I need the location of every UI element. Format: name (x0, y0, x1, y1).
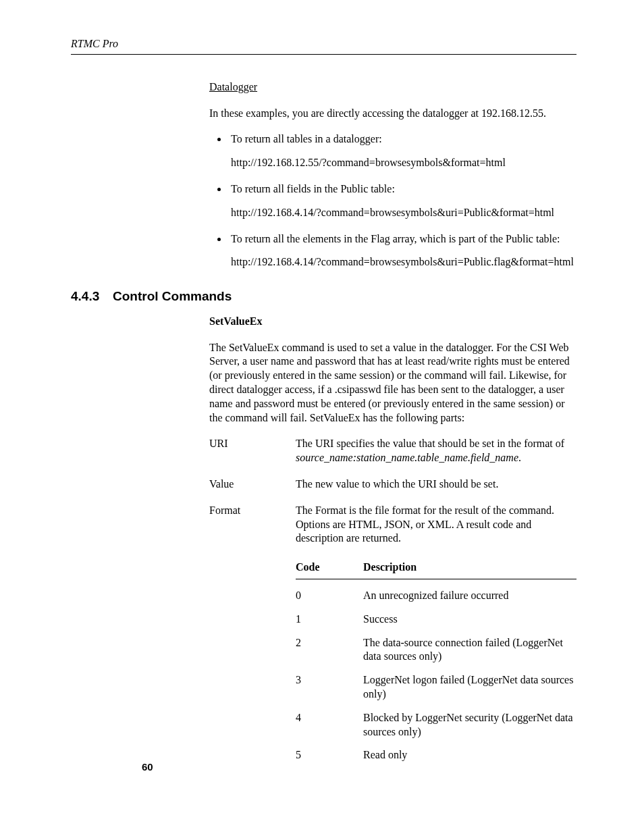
desc-cell: Success (363, 603, 576, 627)
desc-cell: The data-source connection failed (Logge… (363, 627, 576, 664)
table-header-desc: Description (363, 558, 576, 579)
definition-term: Format (209, 504, 296, 546)
table-header-row: Code Description (296, 558, 576, 579)
command-name: SetValueEx (209, 315, 576, 329)
desc-cell: An unrecognized failure occurred (363, 579, 576, 603)
desc-cell: Blocked by LoggerNet security (LoggerNet… (363, 702, 576, 739)
code-cell: 4 (296, 702, 363, 739)
code-cell: 3 (296, 664, 363, 702)
bullet-text: To return all the elements in the Flag a… (231, 233, 560, 244)
table-row: 2 The data-source connection failed (Log… (296, 627, 576, 664)
datalogger-section: Datalogger In these examples, you are di… (209, 80, 576, 269)
definition-desc: The new value to which the URI should be… (296, 477, 576, 492)
bullet-item: To return all tables in a datalogger: ht… (228, 132, 576, 170)
definition-row: Value The new value to which the URI sho… (209, 477, 576, 492)
running-header: RTMC Pro (71, 37, 576, 51)
section-heading: 4.4.3Control Commands (71, 288, 576, 305)
datalogger-heading: Datalogger (209, 80, 576, 95)
table-row: 5 Read only (296, 739, 576, 762)
header-rule (71, 54, 576, 55)
desc-cell: Read only (363, 739, 576, 762)
parts-definitions: URI The URI specifies the value that sho… (209, 437, 576, 546)
definition-row: URI The URI specifies the value that sho… (209, 437, 576, 465)
result-code-table: Code Description 0 An unrecognized failu… (296, 558, 576, 762)
command-description: The SetValueEx command is used to set a … (209, 341, 576, 425)
definition-desc-post: . (518, 452, 521, 463)
table-row: 1 Success (296, 603, 576, 627)
definition-desc: The Format is the file format for the re… (296, 504, 576, 546)
section-body: SetValueEx The SetValueEx command is use… (209, 315, 576, 762)
bullet-item: To return all fields in the Public table… (228, 182, 576, 220)
definition-term: Value (209, 477, 296, 492)
bullet-text: To return all fields in the Public table… (231, 183, 395, 194)
code-cell: 2 (296, 627, 363, 664)
bullet-url: http://192.168.4.14/?command=browsesymbo… (231, 206, 576, 220)
code-cell: 1 (296, 603, 363, 627)
section-number: 4.4.3 (71, 288, 113, 305)
definition-row: Format The Format is the file format for… (209, 504, 576, 546)
bullet-text: To return all tables in a datalogger: (231, 133, 382, 145)
datalogger-intro: In these examples, you are directly acce… (209, 107, 576, 121)
definition-desc-pre: The URI specifies the value that should … (296, 438, 564, 449)
section-title: Control Commands (113, 289, 232, 303)
code-cell: 5 (296, 739, 363, 762)
definition-term: URI (209, 437, 296, 465)
bullet-item: To return all the elements in the Flag a… (228, 232, 576, 270)
bullet-url: http://192.168.12.55/?command=browsesymb… (231, 156, 576, 170)
definition-desc: The URI specifies the value that should … (296, 437, 576, 465)
bullet-url: http://192.168.4.14/?command=browsesymbo… (231, 255, 576, 269)
table-header-code: Code (296, 558, 363, 579)
desc-cell: LoggerNet logon failed (LoggerNet data s… (363, 664, 576, 702)
page-number: 60 (142, 760, 153, 774)
datalogger-bullets: To return all tables in a datalogger: ht… (209, 132, 576, 269)
table-row: 4 Blocked by LoggerNet security (LoggerN… (296, 702, 576, 739)
table-row: 3 LoggerNet logon failed (LoggerNet data… (296, 664, 576, 702)
table-row: 0 An unrecognized failure occurred (296, 579, 576, 603)
definition-desc-italic: source_name:station_name.table_name.fiel… (296, 452, 518, 463)
code-cell: 0 (296, 579, 363, 603)
